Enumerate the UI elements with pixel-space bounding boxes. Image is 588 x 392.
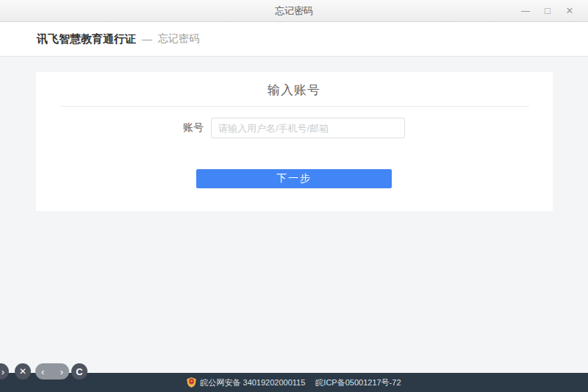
card-title: 输入账号 xyxy=(36,72,553,99)
refresh-icon: C xyxy=(76,367,82,377)
chevron-right-icon: › xyxy=(1,367,4,377)
chevron-right-icon: › xyxy=(60,366,63,377)
page-header: 讯飞智慧教育通行证 — 忘记密码 xyxy=(0,22,588,57)
account-label: 账号 xyxy=(183,121,204,135)
back-button[interactable]: ‹ xyxy=(41,367,44,377)
title-bar: 忘记密码 — □ ✕ xyxy=(0,0,588,22)
header-separator: — xyxy=(142,33,152,45)
brand-title: 讯飞智慧教育通行证 xyxy=(37,32,136,46)
account-input[interactable] xyxy=(211,118,405,138)
next-step-button[interactable]: 下一步 xyxy=(196,169,392,188)
history-nav-pill: ‹ › xyxy=(35,363,69,379)
main-area: 输入账号 账号 下一步 xyxy=(0,57,588,372)
card-divider xyxy=(60,106,529,107)
close-window-icon[interactable]: ✕ xyxy=(559,0,581,22)
minimize-icon[interactable]: — xyxy=(514,0,537,22)
maximize-icon[interactable]: □ xyxy=(537,0,559,22)
window-title: 忘记密码 xyxy=(275,4,313,18)
police-badge-icon xyxy=(187,377,196,388)
icp-record-text: 皖ICP备05001217号-72 xyxy=(315,377,401,388)
chevron-left-icon: ‹ xyxy=(41,366,44,377)
police-record-text: 皖公网安备 34019202000115 xyxy=(200,377,305,388)
close-icon: ✕ xyxy=(19,367,26,376)
app-window: 忘记密码 — □ ✕ 讯飞智慧教育通行证 — 忘记密码 输入账号 账号 下一步 … xyxy=(0,0,588,392)
forward-button[interactable]: › xyxy=(60,367,63,377)
refresh-button[interactable]: C xyxy=(71,363,87,379)
close-page-button[interactable]: ✕ xyxy=(15,363,31,379)
bottom-bar: 皖公网安备 34019202000115 皖ICP备05001217号-72 xyxy=(0,373,588,392)
window-controls: — □ ✕ xyxy=(514,0,588,22)
forgot-password-card: 输入账号 账号 下一步 xyxy=(36,72,553,211)
breadcrumb-current: 忘记密码 xyxy=(158,32,199,46)
account-form-row: 账号 xyxy=(36,118,553,138)
